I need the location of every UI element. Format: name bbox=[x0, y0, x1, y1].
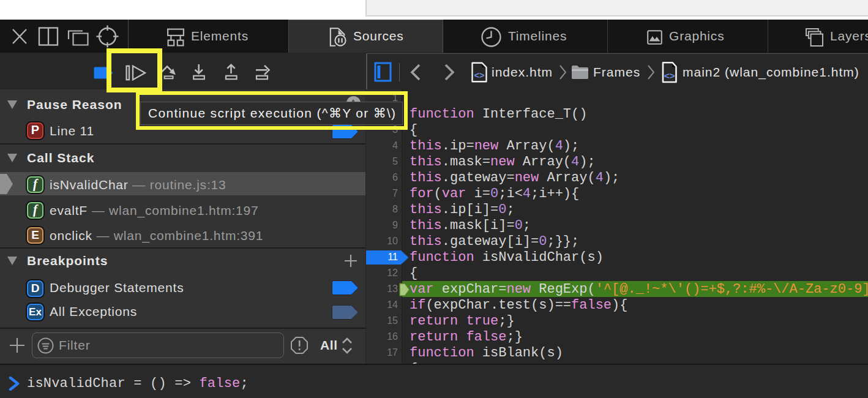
svg-text:<>: <> bbox=[474, 70, 485, 80]
svg-text:<>: <> bbox=[664, 70, 675, 81]
